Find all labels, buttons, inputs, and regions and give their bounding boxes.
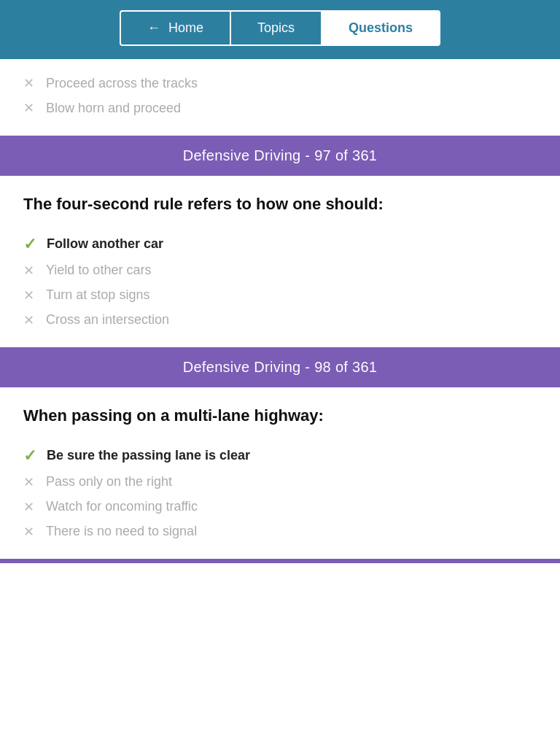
wrong-icon: ✕ (23, 474, 34, 490)
answer-text: Proceed across the tracks (46, 76, 198, 91)
section-header-97: Defensive Driving - 97 of 361 (0, 136, 560, 176)
answer-text: Be sure the passing lane is clear (47, 448, 250, 463)
list-item: ✕ Turn at stop signs (23, 283, 537, 308)
list-item: ✕ Proceed across the tracks (23, 71, 537, 96)
wrong-icon: ✕ (23, 312, 34, 328)
question-block-98: When passing on a multi-lane highway: ✓ … (0, 387, 560, 559)
wrong-icon: ✕ (23, 75, 34, 91)
wrong-icon: ✕ (23, 524, 34, 540)
answer-text: Watch for oncoming traffic (46, 499, 198, 514)
question-text-97: The four-second rule refers to how one s… (23, 193, 537, 216)
wrong-icon: ✕ (23, 499, 34, 515)
home-arrow-icon: ← (147, 20, 160, 35)
home-tab[interactable]: ← Home (121, 12, 231, 44)
correct-icon: ✓ (23, 446, 36, 465)
previous-question-answers: ✕ Proceed across the tracks ✕ Blow horn … (0, 59, 560, 136)
answer-text: Follow another car (47, 236, 163, 252)
answer-text: Turn at stop signs (46, 287, 149, 303)
correct-icon: ✓ (23, 235, 36, 254)
questions-tab[interactable]: Questions (322, 12, 439, 44)
list-item: ✓ Follow another car (23, 231, 537, 258)
list-item: ✕ Blow horn and proceed (23, 96, 537, 120)
section-header-98: Defensive Driving - 98 of 361 (0, 347, 560, 387)
list-item: ✕ There is no need to signal (23, 519, 537, 544)
question-block-97: The four-second rule refers to how one s… (0, 176, 560, 347)
answer-text: Blow horn and proceed (46, 101, 181, 116)
answer-text: There is no need to signal (46, 524, 197, 539)
wrong-icon: ✕ (23, 263, 34, 279)
answer-text: Pass only on the right (46, 474, 172, 489)
list-item: ✕ Watch for oncoming traffic (23, 495, 537, 519)
list-item: ✕ Cross an intersection (23, 308, 537, 333)
list-item: ✓ Be sure the passing lane is clear (23, 442, 537, 470)
list-item: ✕ Yield to other cars (23, 258, 537, 283)
question-text-98: When passing on a multi-lane highway: (23, 405, 537, 427)
nav-tabs: ← Home Topics Questions (120, 10, 440, 46)
wrong-icon: ✕ (23, 287, 34, 303)
topics-tab[interactable]: Topics (231, 12, 322, 44)
header: ← Home Topics Questions (0, 0, 560, 59)
wrong-icon: ✕ (23, 100, 34, 116)
answer-text: Cross an intersection (46, 312, 169, 328)
list-item: ✕ Pass only on the right (23, 470, 537, 495)
answer-text: Yield to other cars (46, 263, 151, 278)
bottom-accent-bar (0, 559, 560, 563)
